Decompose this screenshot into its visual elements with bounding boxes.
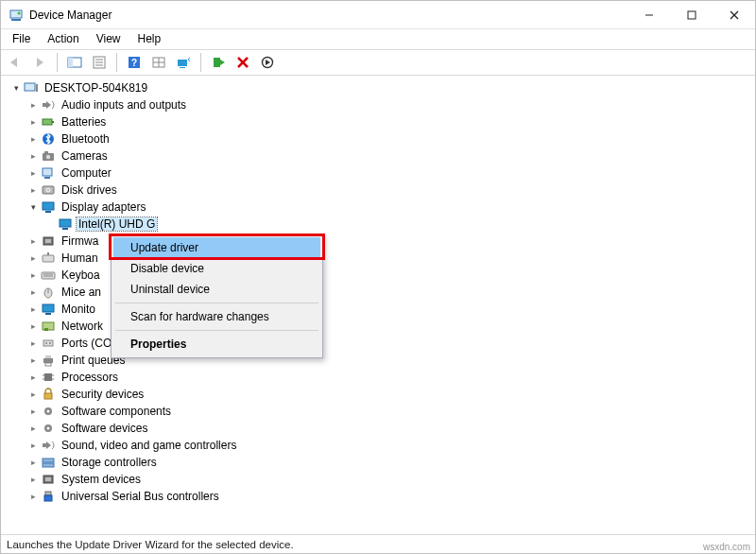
expander-icon[interactable]: ▸ — [27, 99, 39, 111]
help-icon[interactable]: ? — [124, 52, 145, 73]
scan-hardware-icon[interactable] — [173, 52, 194, 73]
tree-item-usb[interactable]: ▸Universal Serial Bus controllers — [27, 488, 755, 505]
svg-marker-29 — [46, 101, 51, 109]
svg-rect-26 — [25, 83, 35, 91]
tree-item-disk[interactable]: ▸Disk drives — [27, 182, 755, 199]
tree-item-display[interactable]: ▾Display adapters — [27, 199, 755, 216]
tree-item-intel-uhd[interactable]: Intel(R) UHD G — [44, 216, 755, 233]
expander-icon[interactable]: ▸ — [27, 457, 39, 468]
disable-icon[interactable] — [257, 52, 278, 73]
monitor-icon — [41, 302, 56, 317]
expander-icon[interactable]: ▸ — [27, 116, 39, 128]
expander-icon[interactable]: ▸ — [27, 338, 39, 349]
svg-rect-55 — [45, 313, 51, 315]
expander-icon[interactable]: ▸ — [27, 320, 39, 332]
svg-rect-19 — [180, 67, 185, 68]
grid-icon[interactable] — [148, 52, 169, 73]
tree-item-audio[interactable]: ▸Audio inputs and outputs — [27, 96, 755, 113]
cm-uninstall-device[interactable]: Uninstall device — [113, 279, 320, 300]
back-button[interactable] — [5, 52, 26, 73]
expander-icon[interactable]: ▸ — [27, 491, 39, 502]
svg-rect-74 — [43, 443, 46, 447]
minimize-button[interactable] — [627, 1, 670, 28]
tree-item-label: Network — [60, 320, 105, 333]
maximize-button[interactable] — [670, 1, 713, 28]
tree-item-security[interactable]: ▸Security devices — [27, 386, 755, 403]
tree-item-label: System devices — [60, 473, 143, 486]
expander-icon[interactable]: ▾ — [10, 82, 22, 94]
expander-icon[interactable]: ▸ — [27, 133, 39, 145]
expander-icon[interactable]: ▸ — [27, 355, 39, 366]
menu-help[interactable]: Help — [130, 30, 169, 47]
expander-icon[interactable]: ▾ — [27, 201, 39, 213]
tree-item-label: Display adapters — [60, 200, 147, 214]
svg-rect-1 — [11, 19, 21, 21]
svg-point-71 — [47, 410, 50, 413]
tree-item-label: Sound, video and game controllers — [60, 439, 238, 452]
menu-action[interactable]: Action — [40, 30, 86, 47]
expander-icon[interactable]: ▸ — [27, 252, 39, 264]
cm-disable-device[interactable]: Disable device — [113, 258, 320, 279]
expander-icon[interactable]: ▸ — [27, 286, 39, 298]
expander-icon[interactable]: ▸ — [27, 372, 39, 383]
cm-scan-hardware[interactable]: Scan for hardware changes — [113, 306, 320, 327]
lock-icon — [41, 387, 56, 402]
disk-icon — [41, 182, 56, 198]
svg-rect-18 — [178, 60, 187, 66]
svg-rect-27 — [36, 84, 38, 92]
cm-properties[interactable]: Properties — [113, 334, 320, 355]
tree-root[interactable]: ▾ DESKTOP-504K819 — [10, 79, 755, 96]
tree-item-swdev[interactable]: ▸Software devices — [27, 420, 755, 437]
tree-item-swcomp[interactable]: ▸Software components — [27, 403, 755, 420]
statusbar: Launches the Update Driver Wizard for th… — [1, 534, 755, 553]
cm-separator — [115, 303, 318, 303]
expander-icon[interactable]: ▸ — [27, 440, 39, 451]
menu-file[interactable]: File — [5, 30, 38, 47]
properties-icon[interactable] — [89, 52, 110, 73]
menu-view[interactable]: View — [89, 30, 129, 47]
expander-icon[interactable]: ▸ — [27, 150, 39, 162]
svg-rect-36 — [43, 168, 52, 176]
svg-rect-58 — [43, 340, 53, 346]
svg-point-2 — [18, 11, 21, 14]
svg-rect-43 — [60, 219, 71, 227]
update-driver-icon[interactable] — [208, 52, 229, 73]
svg-rect-8 — [68, 58, 73, 67]
expander-icon[interactable]: ▸ — [27, 235, 39, 247]
tree-item-label: Disk drives — [60, 183, 119, 197]
forward-button[interactable] — [29, 52, 50, 73]
svg-rect-69 — [44, 393, 52, 399]
tree-item-label: Computer — [60, 166, 113, 180]
tree-item-processors[interactable]: ▸Processors — [27, 369, 755, 386]
expander-icon[interactable]: ▸ — [27, 303, 39, 315]
tree-item-batteries[interactable]: ▸Batteries — [27, 113, 755, 130]
tree-item-label: Batteries — [60, 115, 108, 129]
tree-item-label: Ports (CO — [60, 337, 113, 350]
expander-icon[interactable]: ▸ — [27, 474, 39, 485]
tree-item-label: Security devices — [60, 388, 146, 401]
context-menu: Update driver Disable device Uninstall d… — [111, 234, 323, 358]
uninstall-icon[interactable] — [232, 52, 253, 73]
svg-rect-20 — [214, 58, 220, 67]
svg-point-59 — [45, 342, 47, 344]
expander-icon[interactable]: ▸ — [27, 269, 39, 281]
expander-icon[interactable]: ▸ — [27, 389, 39, 400]
expander-icon[interactable]: ▸ — [27, 406, 39, 417]
expander-icon[interactable]: ▸ — [27, 423, 39, 434]
show-hide-console-icon[interactable] — [64, 52, 85, 73]
tree-item-sound[interactable]: ▸Sound, video and game controllers — [27, 437, 755, 454]
tree-item-storage[interactable]: ▸Storage controllers — [27, 454, 755, 471]
gear-icon — [41, 421, 56, 436]
tree-item-cameras[interactable]: ▸Cameras — [27, 147, 755, 164]
tree-item-label: Storage controllers — [60, 456, 159, 469]
close-button[interactable] — [713, 1, 755, 28]
port-icon — [41, 336, 56, 351]
expander-icon[interactable]: ▸ — [27, 184, 39, 196]
tree-item-computer[interactable]: ▸Computer — [27, 164, 755, 182]
cm-update-driver[interactable]: Update driver — [113, 237, 320, 258]
tree-item-bluetooth[interactable]: ▸Bluetooth — [27, 130, 755, 147]
svg-point-34 — [46, 155, 50, 159]
tree-item-label: Mice an — [60, 286, 103, 299]
expander-icon[interactable]: ▸ — [27, 167, 39, 179]
tree-item-system[interactable]: ▸System devices — [27, 471, 755, 488]
